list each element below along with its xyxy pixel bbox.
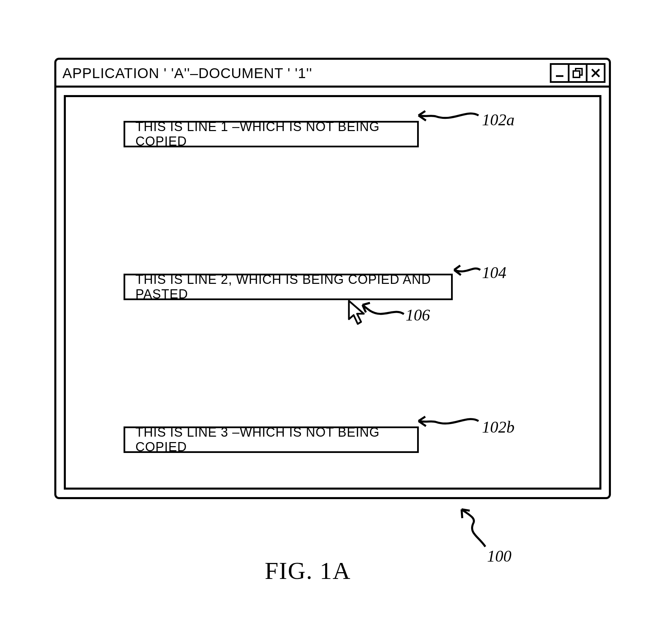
maximize-icon [572,67,583,79]
titlebar: APPLICATION ' 'A''–DOCUMENT ' '1'' [56,60,609,88]
text-line-1-content: THIS IS LINE 1 –WHICH IS NOT BEING COPIE… [135,120,407,149]
callout-100: 100 [487,547,511,565]
close-button[interactable] [586,63,605,83]
figure-caption: FIG. 1A [265,557,351,585]
maximize-button[interactable] [568,63,587,83]
text-line-2-selected[interactable]: THIS IS LINE 2, WHICH IS BEING COPIED AN… [124,274,453,300]
document-panel: THIS IS LINE 1 –WHICH IS NOT BEING COPIE… [64,95,601,490]
text-line-3: THIS IS LINE 3 –WHICH IS NOT BEING COPIE… [124,426,419,453]
text-line-2-content: THIS IS LINE 2, WHICH IS BEING COPIED AN… [135,272,441,302]
close-icon [590,67,601,79]
text-line-3-content: THIS IS LINE 3 –WHICH IS NOT BEING COPIE… [135,425,407,454]
text-line-1: THIS IS LINE 1 –WHICH IS NOT BEING COPIE… [124,121,419,147]
window-title: APPLICATION ' 'A''–DOCUMENT ' '1'' [62,65,312,81]
leader-arrow-100 [455,506,496,550]
cursor-icon [348,299,368,327]
minimize-icon [554,67,565,79]
minimize-button[interactable] [550,63,570,83]
window-controls [550,63,605,83]
callout-106: 106 [406,306,430,324]
svg-rect-2 [573,71,580,77]
patent-figure-canvas: APPLICATION ' 'A''–DOCUMENT ' '1'' [0,0,672,620]
application-window: APPLICATION ' 'A''–DOCUMENT ' '1'' [54,58,611,499]
callout-104: 104 [482,263,506,282]
callout-102a: 102a [482,110,515,129]
callout-102b: 102b [482,418,515,436]
